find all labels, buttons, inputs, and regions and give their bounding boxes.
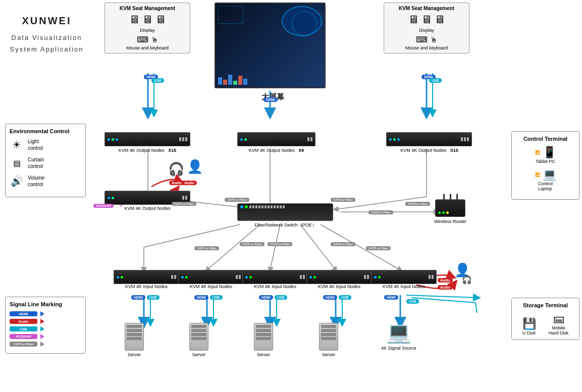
server-tower-4 bbox=[319, 323, 338, 351]
server-tower-1 bbox=[125, 323, 144, 351]
hdmi-n1: HDMI bbox=[131, 295, 145, 300]
keyboard-icon-right: ⌨ bbox=[416, 35, 428, 44]
storage-terminal: Storage Terminal 💾 U Disk 🖴 MobileHard D… bbox=[511, 298, 579, 340]
signal-source-label: 4K Signal Source bbox=[381, 346, 416, 352]
badge-usb-left-seat: USB bbox=[151, 77, 164, 83]
usb-n1: USB bbox=[147, 295, 160, 300]
cat5-to-n1: CAT5 or Fiber bbox=[194, 244, 219, 250]
server-label-3: Server bbox=[257, 352, 271, 357]
cat5-to-n2: CAT5 or Fiber bbox=[240, 240, 264, 246]
cat5-badge-4: CAT5 or Fiber bbox=[405, 200, 430, 206]
switch-ports bbox=[238, 204, 333, 210]
rs232-line: RS232/485 bbox=[10, 334, 37, 339]
antenna-3 bbox=[456, 194, 458, 200]
kvm-ports bbox=[120, 137, 187, 141]
cat5-badge-2: CAT5 or Fiber bbox=[225, 196, 249, 202]
wifi-icon-tablet: 📶 bbox=[535, 150, 540, 155]
led-e2 bbox=[112, 197, 114, 199]
usb-n5: USB bbox=[406, 299, 419, 304]
rs232-arrow bbox=[40, 334, 44, 339]
screen-content bbox=[216, 4, 325, 87]
audio-r2: Audio bbox=[438, 285, 453, 290]
cat5-to-n3: CAT5 or Fiber bbox=[268, 240, 292, 246]
kvm-input-1 bbox=[114, 270, 179, 284]
hdmi-n5: HDMI bbox=[384, 295, 398, 300]
hdmi-n4: HDMI bbox=[323, 295, 337, 300]
audio-arrow bbox=[40, 319, 44, 324]
router-leds bbox=[438, 211, 462, 214]
server-4: Server bbox=[319, 323, 338, 357]
input-label-1: KVM 4K Input Nodes bbox=[112, 284, 181, 289]
led-e1 bbox=[108, 197, 110, 199]
screen-circle-2 bbox=[292, 11, 317, 36]
bar-3 bbox=[228, 75, 232, 85]
brand-name: XUNWEI bbox=[22, 15, 72, 27]
server-2: Server bbox=[189, 323, 208, 357]
input-label-2: KVM 4K Input Nodes bbox=[177, 284, 245, 289]
cat5-arrow bbox=[40, 342, 44, 347]
kvm-seat-right-title: KVM Seat Management bbox=[387, 6, 466, 11]
cat5-badge-1: CAT5 or Fiber bbox=[172, 200, 196, 206]
curtain-label: Curtaincontrol bbox=[28, 156, 44, 170]
usb-n2: USB bbox=[210, 295, 223, 300]
tablet-label: Tablet PC bbox=[536, 159, 555, 164]
ct-tablet: 📶 📱 Tablet PC bbox=[516, 146, 575, 164]
bar-2 bbox=[223, 80, 227, 85]
monitor-icon-2: 🖥 bbox=[142, 13, 153, 26]
laptop-icon: 💻 bbox=[386, 320, 411, 344]
kvm-seat-left: KVM Seat Management 🖥 🖥 🖥 Display ⌨ 🖱 Mo… bbox=[104, 3, 190, 53]
volume-label: Volumecontrol bbox=[28, 175, 44, 188]
laptop-ctrl-label: ControlLaptop bbox=[538, 181, 553, 191]
screen-bars bbox=[218, 72, 322, 85]
kvm-output-left bbox=[104, 132, 190, 146]
server-label-1: Server bbox=[128, 352, 141, 357]
audio-label-l2: Audio bbox=[182, 181, 197, 185]
monitor-icon-1: 🖥 bbox=[129, 13, 140, 26]
antenna-1 bbox=[443, 194, 445, 200]
kvm-input-3 bbox=[242, 270, 308, 284]
wireless-router: Wireless Router bbox=[434, 199, 466, 224]
kvm-input-2 bbox=[178, 270, 244, 284]
keyboard-icon-left: ⌨ bbox=[137, 35, 148, 44]
badge-hdmi-center: HDMI bbox=[263, 96, 278, 102]
svg-line-35 bbox=[475, 303, 477, 313]
harddisk-icon: 🖴 bbox=[553, 312, 564, 325]
led-c2 bbox=[244, 138, 247, 141]
audio-badge-r1: Audio bbox=[438, 276, 453, 283]
display-label-right: Display bbox=[387, 28, 466, 33]
svg-line-34 bbox=[411, 298, 475, 303]
signal-marking-box: Signal Line Marking HDMI Audio USB RS232… bbox=[5, 297, 86, 354]
mouse-icon-left: 🖱 bbox=[151, 36, 158, 44]
headphone-icon-left: 🎧 bbox=[168, 161, 184, 177]
signal-rs232: RS232/485 bbox=[10, 334, 81, 339]
curtain-icon: ▤ bbox=[10, 158, 24, 168]
hdmi-badge-center: HDMI bbox=[263, 97, 278, 102]
switch-led-1 bbox=[240, 205, 243, 208]
server-tower-3 bbox=[254, 323, 273, 351]
server-label-2: Server bbox=[192, 352, 206, 357]
hdmi-arrow bbox=[40, 311, 44, 316]
monitors-left: 🖥 🖥 🖥 bbox=[108, 13, 187, 26]
hdmi-usb-node1: HDMI USB bbox=[131, 295, 160, 300]
kvm-input-4 bbox=[306, 270, 372, 284]
usb-badge-r: USB bbox=[429, 78, 442, 83]
harddisk-label: MobileHard Disk bbox=[549, 325, 569, 335]
environmental-control-box: Environmental Control ☀ Lightcontrol ▤ C… bbox=[5, 124, 86, 197]
audio-badge-left-2: Audio bbox=[182, 179, 197, 185]
env-control-title: Environmental Control bbox=[10, 128, 81, 134]
svg-line-21 bbox=[300, 225, 336, 270]
headphone-symbol: 🎧 bbox=[462, 275, 472, 285]
signal-cat5: CAT5 or Fiber bbox=[10, 342, 81, 347]
ct-laptop: 📶 💻 ControlLaptop bbox=[516, 168, 575, 191]
fiber-switch bbox=[237, 203, 333, 221]
hdmi-n3: HDMI bbox=[259, 295, 273, 300]
input-label-3: KVM 4K Input Nodes bbox=[241, 284, 309, 289]
output-node-label-left: KVM 4K Output Nodes X15 bbox=[104, 148, 190, 153]
switch-led-2 bbox=[245, 205, 248, 208]
bar-5 bbox=[238, 76, 242, 85]
control-terminal: Control Terminal 📶 📱 Tablet PC 📶 💻 Contr… bbox=[511, 131, 579, 200]
fiber-switch-label: Fiber/Network Switch（POE） bbox=[236, 222, 335, 229]
monitors-right: 🖥 🖥 🖥 bbox=[387, 13, 466, 26]
hdmi-usb-node3: HDMI USB bbox=[259, 295, 287, 300]
hdmi-usb-node2: HDMI USB bbox=[194, 295, 223, 300]
